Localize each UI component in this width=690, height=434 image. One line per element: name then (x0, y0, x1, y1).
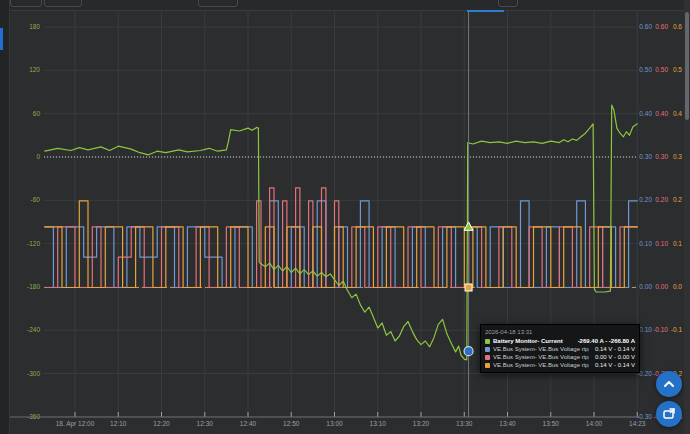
left-axis-tick-label: -360 (27, 413, 40, 420)
right-axis-tick-label: 0.00 (655, 283, 668, 290)
right-axis-tick-label: -0.10 (653, 326, 668, 333)
tooltip-timestamp: 2026-04-18 13:31 (485, 328, 635, 336)
series-line-battery-monitor-current (45, 105, 638, 360)
x-axis-tick-label: 14:23 (629, 420, 646, 427)
right-axis-tick-label: 0.5 (673, 66, 682, 73)
tooltip-series-label: VE.Bus System- VE.Bus Voltage ripple - u… (493, 353, 589, 361)
x-axis-tick-label: 18. Apr 12:00 (56, 420, 95, 428)
right-axis-tick-label: 0.40 (655, 110, 668, 117)
right-axis-tick-label: 0.0 (673, 283, 682, 290)
right-axis-tick-label: 0.1 (673, 240, 682, 247)
tooltip-series-value: 0.00 V - 0.00 V (595, 353, 635, 361)
right-axis-tick-label: 0.4 (673, 110, 682, 117)
vrm-advanced-chart-page: 180120600-60-120-180-240-300-36018. Apr … (0, 0, 690, 434)
crosshair-marker-square (465, 284, 472, 291)
left-axis-tick-label: -60 (31, 196, 41, 203)
right-axis-tick-label: 0.30 (655, 153, 668, 160)
left-axis-tick-label: -240 (27, 326, 40, 333)
left-axis-tick-label: 0 (36, 153, 40, 160)
tooltip-row: VE.Bus System- VE.Bus Voltage ripple - u… (485, 345, 635, 353)
right-axis-tick-label: -0.1 (671, 326, 683, 333)
tooltip-row: VE.Bus System- VE.Bus Voltage ripple - u… (485, 353, 635, 361)
x-axis-tick-label: 12:10 (110, 420, 127, 427)
x-axis-tick-label: 12:50 (283, 420, 300, 427)
crosshair-marker-circle (464, 347, 473, 356)
x-axis-tick-label: 13:40 (499, 420, 516, 427)
crosshair-marker-triangle (464, 222, 473, 231)
x-axis-tick-label: 13:30 (456, 420, 473, 427)
x-axis-tick-label: 13:00 (326, 420, 343, 427)
x-axis-tick-label: 13:50 (543, 420, 560, 427)
left-axis-tick-label: -180 (27, 283, 40, 290)
left-axis-tick-label: -300 (27, 370, 40, 377)
right-axis-tick-label: 0.60 (639, 23, 652, 30)
right-axis-tick-label: 0.10 (639, 240, 652, 247)
scrollbar-thumb[interactable] (685, 12, 689, 120)
tooltip-series-label: VE.Bus System- VE.Bus Voltage ripple - u… (493, 361, 589, 369)
tooltip-series-label: Battery Monitor- Current (493, 337, 572, 345)
right-axis-tick-label: 0.00 (639, 283, 652, 290)
right-axis-tick-label: 0.40 (639, 110, 652, 117)
right-axis-tick-label: 0.6 (673, 23, 682, 30)
series-color-swatch (485, 347, 490, 352)
right-axis-tick-label: 0.2 (673, 196, 682, 203)
left-axis-tick-label: 180 (29, 23, 40, 30)
x-axis-tick-label: 12:40 (240, 420, 257, 427)
x-axis-tick-label: 13:20 (413, 420, 430, 427)
tooltip-series-value: -269.40 A - -266.80 A (578, 337, 635, 345)
right-axis-tick-label: 0.50 (639, 66, 652, 73)
left-axis-tick-label: -120 (27, 240, 40, 247)
series-line-ve-bus-system-ve-bus-voltage-ripple-unit-1 (45, 201, 638, 288)
scroll-to-top-button[interactable] (656, 371, 682, 397)
right-axis-tick-label: 0.3 (673, 153, 682, 160)
x-axis-tick-label: 13:10 (370, 420, 387, 427)
right-axis-tick-label: 0.20 (639, 196, 652, 203)
series-line-ve-bus-system-ve-bus-voltage-ripple-unit-3 (45, 201, 638, 288)
right-axis-tick-label: 0.60 (655, 23, 668, 30)
series-color-swatch (485, 339, 490, 344)
chevron-up-icon (662, 377, 676, 391)
tooltip-row: Battery Monitor- Current-269.40 A - -266… (485, 337, 635, 345)
right-axis-tick-label: 0.20 (655, 196, 668, 203)
x-axis-tick-label: 12:20 (153, 420, 170, 427)
right-axis-tick-label: 0.50 (655, 66, 668, 73)
series-line-ve-bus-system-ve-bus-voltage-ripple-unit-2 (45, 188, 638, 288)
tooltip-row: VE.Bus System- VE.Bus Voltage ripple - u… (485, 361, 635, 369)
left-axis-tick-label: 120 (29, 66, 40, 73)
tooltip-series-value: 0.14 V - 0.14 V (595, 345, 635, 353)
tooltip-series-label: VE.Bus System- VE.Bus Voltage ripple - u… (493, 345, 589, 353)
widget-popout-button[interactable] (656, 401, 682, 427)
series-color-swatch (485, 355, 490, 360)
right-axis-tick-label: 0.30 (639, 153, 652, 160)
series-color-swatch (485, 363, 490, 368)
x-axis-tick-label: 12:30 (197, 420, 214, 427)
tooltip-series-value: 0.14 V - 0.14 V (595, 361, 635, 369)
chart-tooltip: 2026-04-18 13:31 Battery Monitor- Curren… (480, 324, 640, 373)
vertical-scrollbar[interactable] (684, 0, 690, 434)
right-axis-tick-label: -0.30 (637, 413, 652, 420)
x-axis-tick-label: 14:00 (586, 420, 603, 427)
right-axis-tick-label: 0.10 (655, 240, 668, 247)
left-axis-tick-label: 60 (33, 110, 41, 117)
open-widget-icon (662, 407, 676, 421)
